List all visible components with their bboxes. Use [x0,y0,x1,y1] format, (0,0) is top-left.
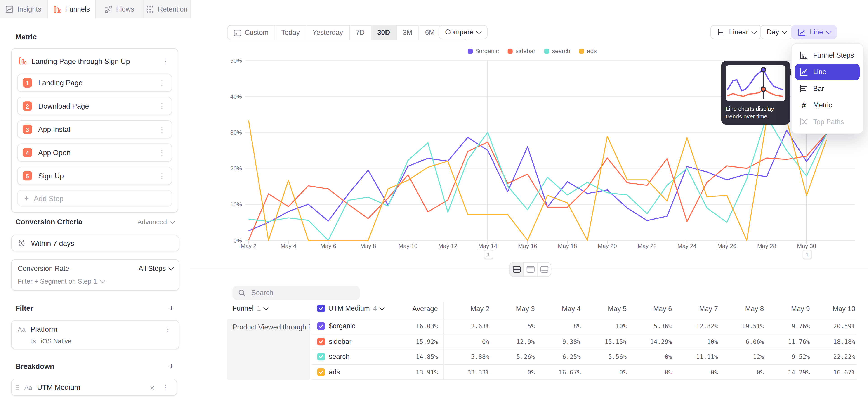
kebab-menu-icon[interactable]: ⋮ [157,149,167,156]
annotation-marker[interactable]: 1 [484,250,493,259]
legend-item-search[interactable]: search [544,48,570,54]
range-custom[interactable]: Custom [228,26,275,40]
data-value: 11.11% [696,353,718,361]
data-value: 15.15% [604,338,627,345]
breakdown-card[interactable]: Aa UTM Medium × ⋮ [11,379,177,396]
legend-swatch [508,49,513,53]
step-label: App Open [38,148,151,157]
compare-button[interactable]: Compare [438,25,488,39]
step-number-badge: 1 [23,78,32,88]
layout-top-icon[interactable] [524,262,537,276]
drag-handle-icon[interactable] [16,385,20,390]
granularity-dropdown[interactable]: Day [760,25,793,39]
scale-dropdown[interactable]: Linear [710,25,763,39]
series-checkbox[interactable] [317,368,325,376]
top-tab-bar: InsightsFunnelsFlowsRetention [0,0,191,19]
table-search[interactable] [232,286,360,300]
series-checkbox[interactable] [317,338,325,345]
kebab-menu-icon[interactable]: ⋮ [157,79,167,86]
filter-segment-dropdown[interactable]: Filter + Segment on Step 1 [18,277,173,285]
top-paths-icon [799,117,808,126]
kebab-menu-icon[interactable]: ⋮ [157,172,167,180]
add-step-button[interactable]: + Add Step [17,190,172,207]
x-axis-label: May 18 [554,243,581,249]
funnel-column-dropdown[interactable]: Funnel 1 [232,305,268,312]
conversion-window-button[interactable]: Within 7 days [11,235,179,251]
breakdown-column-dropdown[interactable]: UTM Medium 4 [317,305,384,312]
x-axis-label: May 8 [354,243,382,249]
add-breakdown-button[interactable]: + [168,362,174,370]
layout-bottom-icon[interactable] [537,262,551,276]
menu-item-bar[interactable]: Bar [795,80,860,97]
annotation-marker[interactable]: 1 [802,250,812,259]
filter-card[interactable]: Aa Platform ⋮ Is iOS Native [11,320,179,350]
menu-item-line[interactable]: Line [795,64,860,80]
series-checkbox[interactable] [317,353,325,361]
funnel-step-sign-up[interactable]: 5Sign Up⋮ [17,167,172,185]
series-name: ads [329,368,340,376]
chevron-down-icon [751,29,756,34]
date-range-segmented-control: CustomTodayYesterday7D30D3M6M12M [227,25,467,40]
funnel-step-landing-page[interactable]: 1Landing Page⋮ [17,74,172,92]
x-axis-label: May 26 [713,243,741,249]
metric-title: Landing Page through Sign Up [32,57,156,65]
funnel-row-group: Product Viewed through P... [227,319,310,380]
funnel-step-app-open[interactable]: 4App Open⋮ [17,143,172,162]
conversion-rate-label: Conversion Rate [18,265,69,273]
data-value: 9.76% [792,323,810,330]
chart-type-dropdown[interactable]: Line [791,25,837,39]
tab-retention[interactable]: Retention [143,0,191,18]
funnel-step-download-page[interactable]: 2Download Page⋮ [17,97,172,115]
data-value: 9.38% [562,338,581,345]
menu-item-metric[interactable]: #Metric [795,97,860,114]
layout-split-icon[interactable] [510,262,524,276]
search-input[interactable] [250,288,354,298]
kebab-menu-icon[interactable]: ⋮ [157,102,167,109]
kebab-menu-icon[interactable]: ⋮ [161,57,170,64]
y-axis-label: 40% [212,93,242,99]
x-axis-label: May 30 [793,243,820,249]
series-cell: sidebar [317,338,351,345]
x-axis-label: May 28 [753,243,780,249]
date-column-header: May 2 [471,305,489,313]
y-axis-label: 50% [212,57,242,64]
all-steps-dropdown[interactable]: All Steps [138,265,173,273]
add-filter-button[interactable]: + [168,304,174,312]
data-value: 0% [619,369,627,376]
range-6m[interactable]: 6M [419,26,441,40]
y-axis-label: 30% [212,129,242,136]
kebab-menu-icon[interactable]: ⋮ [157,126,167,133]
range-yesterday[interactable]: Yesterday [306,26,349,40]
series-line-search [249,117,827,240]
advanced-dropdown[interactable]: Advanced [137,218,174,226]
tab-insights[interactable]: Insights [0,0,48,18]
menu-item-funnel-steps[interactable]: Funnel Steps [795,47,860,64]
range-3m[interactable]: 3M [397,26,419,40]
legend-item-ads[interactable]: ads [579,48,597,54]
legend-item-organic[interactable]: $organic [468,48,499,54]
range-today[interactable]: Today [275,26,306,40]
series-name: search [329,353,350,361]
x-axis-label: May 4 [275,243,302,249]
data-value: 22.22% [833,353,855,361]
metric-hash-icon: # [799,101,808,109]
data-value: 5.36% [654,323,672,330]
remove-breakdown-icon[interactable]: × [148,383,156,391]
legend-item-sidebar[interactable]: sidebar [508,48,535,54]
metric-card: Landing Page through Sign Up ⋮ 1Landing … [11,48,178,213]
chevron-down-icon [264,305,269,310]
legend-swatch [579,49,584,53]
kebab-menu-icon[interactable]: ⋮ [163,325,173,333]
table-row-sidebar: sidebar15.92%0%12.9%9.38%15.15%14.29%10%… [312,334,857,349]
tab-funnels[interactable]: Funnels [48,0,96,19]
data-value: 2.63% [471,323,489,330]
kebab-menu-icon[interactable]: ⋮ [161,384,170,391]
series-checkbox[interactable] [317,322,325,330]
range-30d[interactable]: 30D [371,26,397,40]
chevron-down-icon [168,265,174,271]
linear-scale-icon [717,28,725,36]
select-all-checkbox[interactable] [317,305,325,312]
funnel-step-app-install[interactable]: 3App Install⋮ [17,120,172,138]
tab-flows[interactable]: Flows [96,0,144,18]
range-7d[interactable]: 7D [350,26,371,40]
